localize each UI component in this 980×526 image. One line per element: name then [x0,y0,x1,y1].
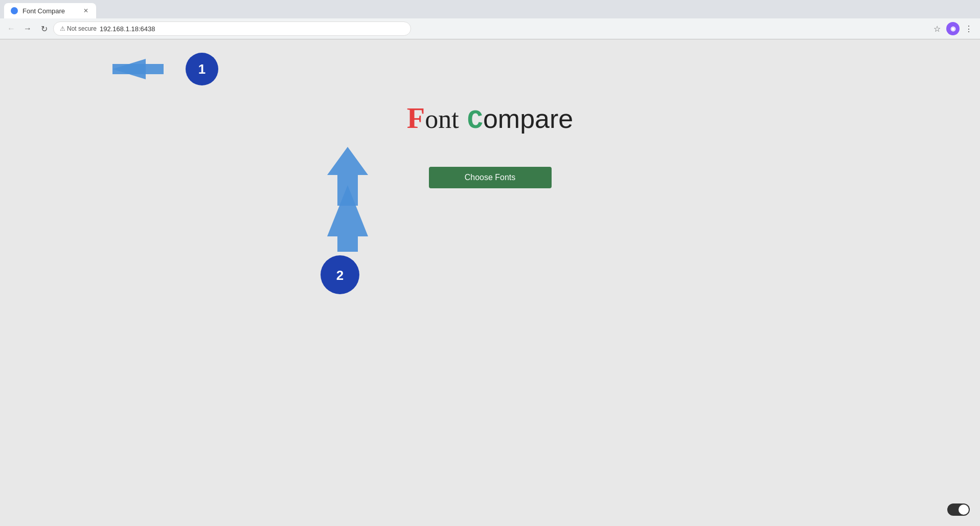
bookmark-button[interactable]: ☆ [930,21,944,36]
choose-fonts-button[interactable]: Choose Fonts [429,167,552,188]
back-button[interactable]: ← [4,21,18,36]
profile-avatar[interactable]: ◉ [946,22,960,35]
avatar-icon: ◉ [950,25,955,32]
svg-text:2: 2 [336,268,344,283]
forward-icon: → [24,24,32,33]
browser-chrome: Font Compare ✕ ← → ↻ ⚠ Not secure 192.16… [0,0,980,39]
forward-button[interactable]: → [20,21,35,36]
reload-button[interactable]: ↻ [37,21,51,36]
svg-point-2 [186,53,218,85]
title-f: F [407,101,425,135]
tab-title: Font Compare [22,7,65,15]
address-bar-row: ← → ↻ ⚠ Not secure 192.168.1.18:6438 ☆ ◉… [0,18,980,39]
tab-bar: Font Compare ✕ [0,0,980,18]
bottom-toggle[interactable] [947,503,970,516]
svg-text:1: 1 [198,61,206,77]
title-ont: ont [425,104,459,134]
title-ompare: ompare [483,103,573,134]
title-space [459,103,467,134]
menu-icon: ⋮ [965,24,973,34]
menu-button[interactable]: ⋮ [962,21,976,36]
toggle-switch[interactable] [947,503,970,516]
tab-close-button[interactable]: ✕ [82,7,90,15]
title-c: C [467,106,483,136]
not-secure-indicator: ⚠ Not secure [60,25,97,32]
tab-favicon-circle [11,7,18,14]
reload-icon: ↻ [41,24,48,34]
svg-marker-5 [327,185,368,252]
back-icon: ← [7,24,15,33]
svg-marker-4 [327,147,368,206]
warning-icon: ⚠ [60,25,65,32]
tab-favicon [10,7,18,15]
svg-rect-1 [112,64,164,74]
svg-marker-0 [112,59,146,79]
address-bar[interactable]: ⚠ Not secure 192.168.1.18:6438 [53,21,411,36]
url-text: 192.168.1.18:6438 [100,25,155,33]
not-secure-label: Not secure [67,25,97,32]
bookmark-icon: ☆ [933,24,941,34]
active-tab[interactable]: Font Compare ✕ [4,3,96,18]
app-title: Font Compare [407,101,573,136]
toggle-knob [959,505,969,515]
svg-point-6 [321,255,359,294]
toolbar-right: ☆ ◉ ⋮ [930,21,976,36]
main-content: Font Compare Choose Fonts 1 2 [0,39,980,526]
